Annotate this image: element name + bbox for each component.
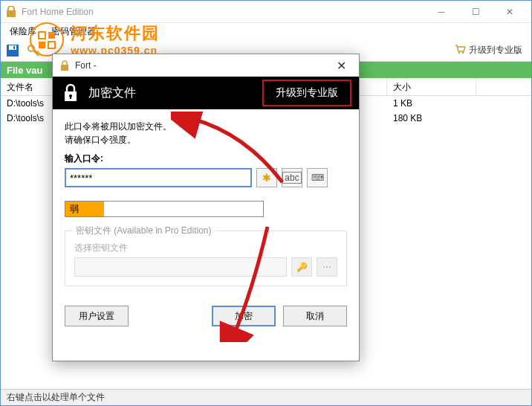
abc-icon: abc bbox=[282, 172, 301, 184]
upgrade-label: 升级到专业版 bbox=[469, 44, 522, 57]
instruction-text: 此口令将被用以加密文件。 请确保口令强度。 bbox=[65, 120, 347, 146]
svg-point-5 bbox=[458, 52, 460, 54]
dialog-app-icon bbox=[59, 59, 71, 71]
svg-rect-2 bbox=[9, 45, 16, 50]
keyfile-group: 密钥文件 (Available in Pro Edition) 选择密钥文件 🔑… bbox=[65, 231, 347, 286]
cancel-button[interactable]: 取消 bbox=[283, 306, 347, 326]
keyfile-legend: 密钥文件 (Available in Pro Edition) bbox=[73, 225, 215, 237]
dialog-header: 加密文件 升级到专业版 bbox=[53, 77, 359, 109]
svg-rect-12 bbox=[61, 65, 68, 71]
encrypt-button[interactable]: 加密 bbox=[212, 306, 276, 326]
svg-rect-0 bbox=[7, 10, 16, 17]
cart-icon bbox=[454, 43, 466, 57]
password-row: ✱ abc ⌨ bbox=[65, 168, 347, 187]
upgrade-pro-button[interactable]: 升级到专业版 bbox=[262, 80, 351, 106]
dialog-body: 此口令将被用以加密文件。 请确保口令强度。 输入口令: ✱ abc ⌨ 弱 密钥… bbox=[53, 109, 359, 306]
show-text-button[interactable]: abc bbox=[282, 168, 302, 187]
main-titlebar: Fort Home Edition ─ ☐ ✕ bbox=[1, 1, 531, 23]
dialog-titlebar: Fort - ✕ bbox=[53, 54, 359, 77]
keyfile-label: 选择密钥文件 bbox=[74, 242, 337, 254]
menu-vault[interactable]: 保险库 bbox=[4, 24, 42, 39]
key-icon[interactable] bbox=[26, 43, 41, 58]
virtual-keyboard-button[interactable]: ⌨ bbox=[307, 168, 328, 187]
keyfile-row: 🔑 ⋯ bbox=[74, 257, 337, 277]
dialog-header-title: 加密文件 bbox=[88, 86, 262, 101]
password-label: 输入口令: bbox=[65, 152, 347, 165]
svg-point-6 bbox=[462, 52, 464, 54]
key-small-icon: 🔑 bbox=[296, 262, 308, 272]
cell-size: 1 KB bbox=[387, 97, 476, 110]
minimize-button[interactable]: ─ bbox=[424, 1, 458, 23]
ellipsis-icon: ⋯ bbox=[322, 262, 331, 272]
svg-rect-15 bbox=[70, 96, 71, 99]
dialog-close-button[interactable]: ✕ bbox=[329, 54, 353, 77]
instr-line: 此口令将被用以加密文件。 bbox=[65, 120, 347, 133]
keyboard-icon: ⌨ bbox=[311, 173, 324, 183]
keyfile-input bbox=[74, 257, 287, 277]
strength-label: 弱 bbox=[65, 202, 104, 216]
dialog-buttons: 用户设置 加密 取消 bbox=[53, 306, 359, 337]
star-icon: ✱ bbox=[262, 172, 271, 184]
col-header-size[interactable]: 大小 bbox=[387, 78, 476, 95]
cell-size: 180 KB bbox=[387, 112, 476, 125]
strength-meter: 弱 bbox=[65, 201, 264, 217]
maximize-button[interactable]: ☐ bbox=[458, 1, 493, 23]
keyfile-browse-button: ⋯ bbox=[317, 257, 337, 277]
mask-toggle-button[interactable]: ✱ bbox=[256, 168, 277, 187]
upgrade-link[interactable]: 升级到专业版 bbox=[454, 43, 527, 57]
password-input[interactable] bbox=[65, 168, 252, 187]
encrypt-dialog: Fort - ✕ 加密文件 升级到专业版 此口令将被用以加密文件。 请确保口令强… bbox=[52, 54, 360, 361]
close-button[interactable]: ✕ bbox=[493, 1, 527, 23]
menubar: 保险库 密码管理器 bbox=[1, 23, 531, 39]
save-icon[interactable] bbox=[5, 43, 20, 58]
instr-line: 请确保口令强度。 bbox=[65, 133, 347, 146]
window-controls: ─ ☐ ✕ bbox=[424, 1, 527, 23]
svg-rect-3 bbox=[13, 46, 15, 49]
menu-password-manager[interactable]: 密码管理器 bbox=[45, 24, 102, 39]
statusbar: 右键点击以处理单个文件 bbox=[1, 389, 531, 405]
keyfile-key-button: 🔑 bbox=[291, 257, 312, 277]
dialog-title: Fort - bbox=[75, 60, 329, 71]
window-title: Fort Home Edition bbox=[22, 7, 424, 17]
app-icon bbox=[5, 6, 17, 18]
lock-icon bbox=[60, 83, 81, 103]
user-settings-button[interactable]: 用户设置 bbox=[65, 306, 129, 326]
status-text: 右键点击以处理单个文件 bbox=[7, 391, 105, 404]
svg-point-4 bbox=[28, 45, 34, 51]
